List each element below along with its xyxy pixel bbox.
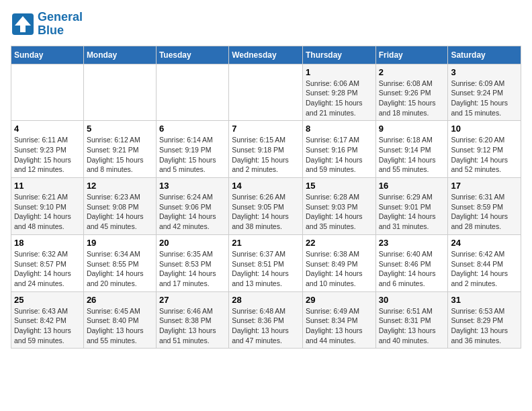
day-number: 27 — [159, 295, 226, 305]
day-number: 21 — [232, 238, 300, 248]
calendar-cell: 11Sunrise: 6:21 AM Sunset: 9:10 PM Dayli… — [11, 178, 84, 235]
logo-text: General Blue — [38, 11, 83, 38]
day-header: Saturday — [448, 46, 521, 64]
calendar-cell: 1Sunrise: 6:06 AM Sunset: 9:28 PM Daylig… — [302, 64, 375, 121]
day-info: Sunrise: 6:09 AM Sunset: 9:24 PM Dayligh… — [451, 79, 518, 118]
calendar-cell: 3Sunrise: 6:09 AM Sunset: 9:24 PM Daylig… — [448, 64, 521, 121]
day-info: Sunrise: 6:31 AM Sunset: 8:59 PM Dayligh… — [451, 192, 518, 232]
calendar-cell: 19Sunrise: 6:34 AM Sunset: 8:55 PM Dayli… — [83, 234, 156, 291]
calendar-cell: 25Sunrise: 6:43 AM Sunset: 8:42 PM Dayli… — [11, 291, 84, 349]
day-number: 16 — [379, 181, 445, 191]
day-number: 19 — [87, 238, 153, 248]
calendar-cell: 5Sunrise: 6:12 AM Sunset: 9:21 PM Daylig… — [83, 121, 156, 178]
day-header: Tuesday — [156, 46, 228, 64]
day-info: Sunrise: 6:53 AM Sunset: 8:29 PM Dayligh… — [451, 306, 518, 346]
day-info: Sunrise: 6:32 AM Sunset: 8:57 PM Dayligh… — [14, 249, 81, 289]
day-info: Sunrise: 6:28 AM Sunset: 9:03 PM Dayligh… — [306, 192, 373, 232]
day-number: 11 — [14, 181, 81, 191]
day-number: 6 — [159, 124, 226, 134]
day-number: 2 — [379, 67, 445, 77]
calendar-cell: 22Sunrise: 6:38 AM Sunset: 8:49 PM Dayli… — [302, 234, 375, 291]
day-number: 20 — [159, 238, 226, 248]
day-info: Sunrise: 6:51 AM Sunset: 8:31 PM Dayligh… — [379, 306, 445, 346]
day-number: 25 — [14, 295, 81, 305]
day-header: Thursday — [302, 46, 375, 64]
day-number: 26 — [87, 295, 153, 305]
calendar-cell: 14Sunrise: 6:26 AM Sunset: 9:05 PM Dayli… — [229, 178, 303, 235]
day-number: 22 — [306, 238, 373, 248]
day-number: 29 — [306, 295, 373, 305]
calendar-cell: 17Sunrise: 6:31 AM Sunset: 8:59 PM Dayli… — [448, 178, 521, 235]
day-number: 28 — [232, 295, 300, 305]
page-header: General Blue — [11, 11, 521, 38]
day-number: 24 — [451, 238, 518, 248]
calendar-cell: 12Sunrise: 6:23 AM Sunset: 9:08 PM Dayli… — [83, 178, 156, 235]
day-info: Sunrise: 6:40 AM Sunset: 8:46 PM Dayligh… — [379, 249, 445, 289]
day-number: 13 — [159, 181, 226, 191]
day-number: 4 — [14, 124, 81, 134]
day-info: Sunrise: 6:17 AM Sunset: 9:16 PM Dayligh… — [306, 135, 373, 175]
day-number: 17 — [451, 181, 518, 191]
calendar-cell: 16Sunrise: 6:29 AM Sunset: 9:01 PM Dayli… — [375, 178, 448, 235]
day-info: Sunrise: 6:18 AM Sunset: 9:14 PM Dayligh… — [379, 135, 445, 175]
calendar-cell: 6Sunrise: 6:14 AM Sunset: 9:19 PM Daylig… — [156, 121, 228, 178]
day-number: 3 — [451, 67, 518, 77]
calendar-cell: 26Sunrise: 6:45 AM Sunset: 8:40 PM Dayli… — [83, 291, 156, 349]
day-info: Sunrise: 6:35 AM Sunset: 8:53 PM Dayligh… — [159, 249, 226, 289]
calendar-cell: 10Sunrise: 6:20 AM Sunset: 9:12 PM Dayli… — [448, 121, 521, 178]
calendar-cell: 27Sunrise: 6:46 AM Sunset: 8:38 PM Dayli… — [156, 291, 228, 349]
day-header: Friday — [375, 46, 448, 64]
calendar-cell: 23Sunrise: 6:40 AM Sunset: 8:46 PM Dayli… — [375, 234, 448, 291]
day-info: Sunrise: 6:46 AM Sunset: 8:38 PM Dayligh… — [159, 306, 226, 346]
calendar-cell — [83, 64, 156, 121]
day-info: Sunrise: 6:48 AM Sunset: 8:36 PM Dayligh… — [232, 306, 300, 346]
day-number: 30 — [379, 295, 445, 305]
day-info: Sunrise: 6:20 AM Sunset: 9:12 PM Dayligh… — [451, 135, 518, 175]
day-number: 31 — [451, 295, 518, 305]
day-header: Wednesday — [229, 46, 303, 64]
day-header: Sunday — [11, 46, 84, 64]
calendar-cell: 7Sunrise: 6:15 AM Sunset: 9:18 PM Daylig… — [229, 121, 303, 178]
day-info: Sunrise: 6:29 AM Sunset: 9:01 PM Dayligh… — [379, 192, 445, 232]
day-info: Sunrise: 6:12 AM Sunset: 9:21 PM Dayligh… — [87, 135, 153, 175]
day-number: 23 — [379, 238, 445, 248]
calendar-cell: 28Sunrise: 6:48 AM Sunset: 8:36 PM Dayli… — [229, 291, 303, 349]
day-number: 12 — [87, 181, 153, 191]
day-info: Sunrise: 6:38 AM Sunset: 8:49 PM Dayligh… — [306, 249, 373, 289]
day-header: Monday — [83, 46, 156, 64]
day-info: Sunrise: 6:37 AM Sunset: 8:51 PM Dayligh… — [232, 249, 300, 289]
day-number: 7 — [232, 124, 300, 134]
day-info: Sunrise: 6:06 AM Sunset: 9:28 PM Dayligh… — [306, 79, 373, 118]
calendar-cell: 31Sunrise: 6:53 AM Sunset: 8:29 PM Dayli… — [448, 291, 521, 349]
day-info: Sunrise: 6:15 AM Sunset: 9:18 PM Dayligh… — [232, 135, 300, 175]
calendar-cell: 13Sunrise: 6:24 AM Sunset: 9:06 PM Dayli… — [156, 178, 228, 235]
calendar-cell: 24Sunrise: 6:42 AM Sunset: 8:44 PM Dayli… — [448, 234, 521, 291]
day-info: Sunrise: 6:34 AM Sunset: 8:55 PM Dayligh… — [87, 249, 153, 289]
day-number: 5 — [87, 124, 153, 134]
day-info: Sunrise: 6:24 AM Sunset: 9:06 PM Dayligh… — [159, 192, 226, 232]
logo: General Blue — [11, 11, 83, 38]
day-info: Sunrise: 6:14 AM Sunset: 9:19 PM Dayligh… — [159, 135, 226, 175]
day-number: 10 — [451, 124, 518, 134]
calendar-cell: 21Sunrise: 6:37 AM Sunset: 8:51 PM Dayli… — [229, 234, 303, 291]
day-number: 8 — [306, 124, 373, 134]
day-number: 1 — [306, 67, 373, 77]
day-info: Sunrise: 6:08 AM Sunset: 9:26 PM Dayligh… — [379, 79, 445, 118]
day-number: 14 — [232, 181, 300, 191]
day-number: 9 — [379, 124, 445, 134]
calendar-cell: 9Sunrise: 6:18 AM Sunset: 9:14 PM Daylig… — [375, 121, 448, 178]
calendar-cell — [11, 64, 84, 121]
day-info: Sunrise: 6:21 AM Sunset: 9:10 PM Dayligh… — [14, 192, 81, 232]
calendar-cell: 15Sunrise: 6:28 AM Sunset: 9:03 PM Dayli… — [302, 178, 375, 235]
day-info: Sunrise: 6:11 AM Sunset: 9:23 PM Dayligh… — [14, 135, 81, 175]
calendar-cell: 8Sunrise: 6:17 AM Sunset: 9:16 PM Daylig… — [302, 121, 375, 178]
day-info: Sunrise: 6:42 AM Sunset: 8:44 PM Dayligh… — [451, 249, 518, 289]
day-info: Sunrise: 6:23 AM Sunset: 9:08 PM Dayligh… — [87, 192, 153, 232]
calendar-cell: 4Sunrise: 6:11 AM Sunset: 9:23 PM Daylig… — [11, 121, 84, 178]
calendar-cell — [156, 64, 228, 121]
calendar-cell: 20Sunrise: 6:35 AM Sunset: 8:53 PM Dayli… — [156, 234, 228, 291]
day-number: 15 — [306, 181, 373, 191]
day-info: Sunrise: 6:43 AM Sunset: 8:42 PM Dayligh… — [14, 306, 81, 346]
calendar-cell: 18Sunrise: 6:32 AM Sunset: 8:57 PM Dayli… — [11, 234, 84, 291]
day-number: 18 — [14, 238, 81, 248]
